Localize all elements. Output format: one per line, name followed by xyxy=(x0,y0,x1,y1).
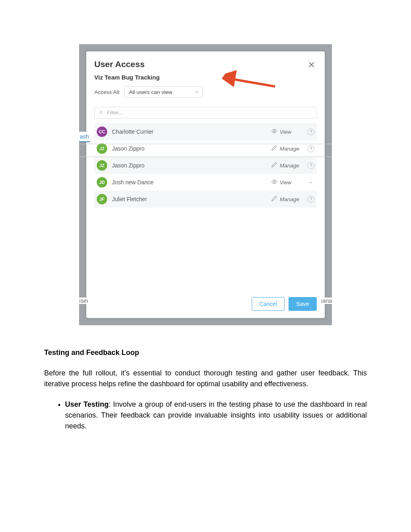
svg-point-2 xyxy=(100,111,102,114)
permission-label: Manage xyxy=(280,146,299,152)
bg-text-fragment: ıana xyxy=(321,298,332,304)
close-icon xyxy=(307,61,315,69)
help-icon[interactable]: ? xyxy=(307,196,314,203)
user-row[interactable]: JZJason ZipproManage? xyxy=(94,140,317,157)
doc-heading: Testing and Feedback Loop xyxy=(44,347,367,358)
permission-select[interactable]: Manage xyxy=(271,162,303,169)
access-all-select[interactable]: All users can view xyxy=(124,86,203,98)
svg-line-3 xyxy=(102,113,103,114)
help-icon[interactable]: ? xyxy=(307,145,314,152)
bg-line xyxy=(79,157,332,157)
app-background: ash ıseı ıana User Access Viz Team Bug T… xyxy=(79,44,332,325)
bg-tab-fragment: ash xyxy=(79,132,90,142)
user-name: Jason Zippro xyxy=(112,162,271,169)
user-row[interactable]: JDJosh new DanceView xyxy=(94,174,317,191)
avatar: JZ xyxy=(97,143,107,154)
permission-select[interactable]: View xyxy=(271,179,303,186)
help-icon[interactable]: ? xyxy=(307,128,314,135)
user-list: CCCharlotte CurrierView?JZJason ZipproMa… xyxy=(94,123,317,208)
eye-icon xyxy=(271,128,277,135)
pencil-icon xyxy=(271,162,277,169)
svg-point-4 xyxy=(274,130,275,132)
document-body: Testing and Feedback Loop Before the ful… xyxy=(44,347,367,432)
doc-bullet-text: : Involve a group of end-users in the te… xyxy=(65,400,367,430)
user-row[interactable]: JZJason ZipproManage? xyxy=(94,157,317,174)
eye-icon xyxy=(271,179,277,186)
permission-select[interactable]: View xyxy=(271,128,303,135)
svg-point-5 xyxy=(274,181,275,183)
doc-bullet-bold: User Testing xyxy=(65,400,109,408)
modal-subtitle: Viz Team Bug Tracking xyxy=(94,74,317,81)
doc-paragraph: Before the full rollout, it's essential … xyxy=(44,368,367,389)
save-button[interactable]: Save xyxy=(289,297,317,311)
modal-title: User Access xyxy=(94,59,144,69)
access-all-label: Access All: xyxy=(94,89,120,95)
avatar: CC xyxy=(97,126,107,137)
avatar: JZ xyxy=(97,160,107,171)
doc-bullet: User Testing: Involve a group of end-use… xyxy=(65,399,367,432)
permission-label: View xyxy=(280,179,291,185)
bg-text-fragment: ıseı xyxy=(79,298,88,304)
permission-label: Manage xyxy=(280,163,299,169)
help-icon[interactable]: ? xyxy=(307,162,314,169)
user-name: Charlotte Currier xyxy=(112,128,271,135)
user-row[interactable]: JFJuliet FletcherManage? xyxy=(94,191,317,208)
avatar: JF xyxy=(97,194,107,204)
pencil-icon xyxy=(271,196,277,203)
user-name: Josh new Dance xyxy=(112,179,271,185)
user-row[interactable]: CCCharlotte CurrierView? xyxy=(94,123,317,140)
pencil-icon xyxy=(271,145,277,152)
filter-placeholder: Filter... xyxy=(107,110,123,116)
permission-select[interactable]: Manage xyxy=(271,145,303,152)
user-name: Juliet Fletcher xyxy=(112,196,271,202)
search-icon xyxy=(99,110,104,115)
chevron-down-icon xyxy=(195,89,199,95)
permission-select[interactable]: Manage xyxy=(271,196,303,203)
access-all-value: All users can view xyxy=(129,89,172,95)
chevron-down-icon[interactable] xyxy=(307,180,314,185)
close-button[interactable] xyxy=(306,59,317,70)
permission-label: View xyxy=(280,129,291,135)
user-access-modal: User Access Viz Team Bug Tracking Access… xyxy=(86,51,325,318)
cancel-button[interactable]: Cancel xyxy=(252,297,285,311)
avatar: JD xyxy=(97,177,107,188)
user-name: Jason Zippro xyxy=(112,145,271,152)
filter-input[interactable]: Filter... xyxy=(94,107,317,118)
bg-line xyxy=(79,144,332,144)
permission-label: Manage xyxy=(280,196,299,202)
